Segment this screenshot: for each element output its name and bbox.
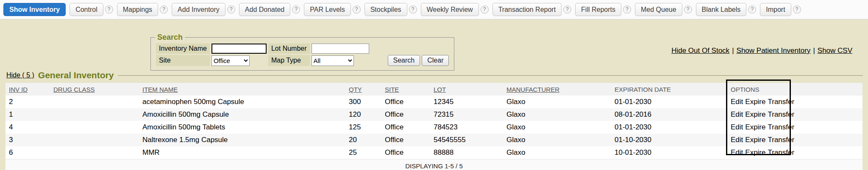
cell-qty: 125: [345, 121, 381, 134]
inventory-name-input[interactable]: [211, 44, 267, 54]
cell-item-name: acetaminophen 500mg Capsule: [139, 96, 345, 108]
header-manufacturer[interactable]: MANUFACTURER: [503, 83, 611, 96]
help-icon[interactable]: ?: [623, 5, 631, 14]
expire-link[interactable]: Expire: [745, 110, 765, 118]
map-type-select[interactable]: All: [312, 55, 354, 66]
table-row: 2 acetaminophen 500mg Capsule 300 Office…: [6, 96, 862, 108]
tab-weekly-review[interactable]: Weekly Review: [421, 3, 479, 16]
edit-link[interactable]: Edit: [731, 123, 743, 131]
header-qty[interactable]: QTY: [345, 83, 381, 96]
edit-link[interactable]: Edit: [731, 136, 743, 144]
cell-site: Office: [381, 146, 430, 159]
clear-button[interactable]: Clear: [422, 55, 449, 66]
show-patient-inventory-link[interactable]: Show Patient Inventory: [737, 47, 811, 55]
hide-out-of-stock-link[interactable]: Hide Out Of Stock: [671, 47, 729, 55]
cell-expiration-date: 01-01-2030: [611, 96, 727, 108]
cell-options: EditExpireTransfer: [727, 96, 862, 108]
help-icon[interactable]: ?: [292, 5, 300, 14]
cell-lot: 54545555: [430, 134, 503, 146]
help-icon[interactable]: ?: [563, 5, 571, 14]
tab-add-donated[interactable]: Add Donated: [239, 3, 290, 16]
cell-qty: 20: [345, 134, 381, 146]
cell-drug-class: [50, 146, 139, 159]
help-icon[interactable]: ?: [353, 5, 361, 14]
cell-inv-id: 2: [6, 96, 50, 108]
paging-status: DISPLAYING 1-5 / 5: [6, 159, 862, 170]
general-inventory-section-header: Hide ( 5 ) General Inventory: [6, 70, 863, 80]
lot-number-input[interactable]: [312, 44, 369, 54]
tab-fill-reports[interactable]: Fill Reports: [575, 3, 621, 16]
show-csv-link[interactable]: Show CSV: [818, 47, 852, 55]
cell-inv-id: 6: [6, 146, 50, 159]
help-icon[interactable]: ?: [684, 5, 692, 14]
help-icon[interactable]: ?: [748, 5, 756, 14]
tab-group: Stockpiles ?: [364, 3, 417, 16]
cell-lot: 784523: [430, 121, 503, 134]
expire-link[interactable]: Expire: [745, 148, 765, 156]
cell-expiration-date: 08-01-2016: [611, 108, 727, 121]
tab-group: Weekly Review ?: [421, 3, 489, 16]
cell-qty: 25: [345, 146, 381, 159]
edit-link[interactable]: Edit: [731, 148, 743, 156]
table-row: 4 Amoxicillin 500mg Tablets 125 Office 7…: [6, 121, 862, 134]
help-icon[interactable]: ?: [409, 5, 417, 14]
table-row: 3 Naltrexone 1.5mg Capsule 20 Office 545…: [6, 134, 862, 146]
help-icon[interactable]: ?: [160, 5, 168, 14]
tab-mappings[interactable]: Mappings: [117, 3, 158, 16]
header-site[interactable]: SITE: [381, 83, 430, 96]
transfer-link[interactable]: Transfer: [768, 98, 794, 106]
tab-add-inventory[interactable]: Add Inventory: [172, 3, 225, 16]
transfer-link[interactable]: Transfer: [768, 110, 794, 118]
header-inv-id[interactable]: INV ID: [6, 83, 50, 96]
cell-lot: 72315: [430, 108, 503, 121]
cell-options: EditExpireTransfer: [727, 121, 862, 134]
header-item-name[interactable]: ITEM NAME: [139, 83, 345, 96]
transfer-link[interactable]: Transfer: [768, 136, 794, 144]
transfer-link[interactable]: Transfer: [768, 148, 794, 156]
expire-link[interactable]: Expire: [745, 136, 765, 144]
cell-item-name: Naltrexone 1.5mg Capsule: [139, 134, 345, 146]
tab-show-inventory[interactable]: Show Inventory: [3, 3, 66, 16]
header-lot[interactable]: LOT: [430, 83, 503, 96]
expire-link[interactable]: Expire: [745, 123, 765, 131]
search-form: Inventory Name Lot Number Site Office Ma…: [154, 42, 451, 67]
help-icon[interactable]: ?: [793, 5, 801, 14]
cell-options: EditExpireTransfer: [727, 108, 862, 121]
transfer-link[interactable]: Transfer: [768, 123, 794, 131]
tab-control[interactable]: Control: [70, 3, 103, 16]
tab-group: Med Queue ?: [635, 3, 692, 16]
help-icon[interactable]: ?: [481, 5, 489, 14]
table-footer-row: DISPLAYING 1-5 / 5: [6, 159, 862, 170]
help-icon[interactable]: ?: [227, 5, 235, 14]
header-options: OPTIONS: [727, 83, 862, 96]
tab-med-queue[interactable]: Med Queue: [635, 3, 682, 16]
hide-section-link[interactable]: Hide ( 5 ): [6, 71, 34, 79]
inventory-name-label: Inventory Name: [156, 44, 210, 54]
expire-link[interactable]: Expire: [745, 98, 765, 106]
tab-group: Add Inventory ?: [172, 3, 235, 16]
site-select[interactable]: Office: [211, 55, 250, 66]
cell-site: Office: [381, 96, 430, 108]
tab-blank-labels[interactable]: Blank Labels: [696, 3, 747, 16]
header-drug-class[interactable]: DRUG CLASS: [50, 83, 139, 96]
edit-link[interactable]: Edit: [731, 110, 743, 118]
cell-manufacturer: Glaxo: [503, 146, 611, 159]
table-row: 1 Amoxicillin 500mg Capsule 120 Office 7…: [6, 108, 862, 121]
search-button[interactable]: Search: [388, 55, 420, 66]
help-icon[interactable]: ?: [105, 5, 113, 14]
tab-group: Mappings ?: [117, 3, 168, 16]
cell-inv-id: 1: [6, 108, 50, 121]
tab-par-levels[interactable]: PAR Levels: [304, 3, 351, 16]
table-header-row: INV ID DRUG CLASS ITEM NAME QTY SITE LOT…: [6, 83, 862, 96]
tab-stockpiles[interactable]: Stockpiles: [364, 3, 407, 16]
cell-item-name: MMR: [139, 146, 345, 159]
section-title: General Inventory: [38, 70, 114, 80]
cell-site: Office: [381, 134, 430, 146]
edit-link[interactable]: Edit: [731, 98, 743, 106]
tab-transaction-report[interactable]: Transaction Report: [492, 3, 562, 16]
cell-manufacturer: Glaxo: [503, 121, 611, 134]
tab-group: Add Donated ?: [239, 3, 300, 16]
tab-group: Import ?: [760, 3, 801, 16]
tab-import[interactable]: Import: [760, 3, 791, 16]
header-expiration-date: EXPIRATION DATE: [611, 83, 727, 96]
